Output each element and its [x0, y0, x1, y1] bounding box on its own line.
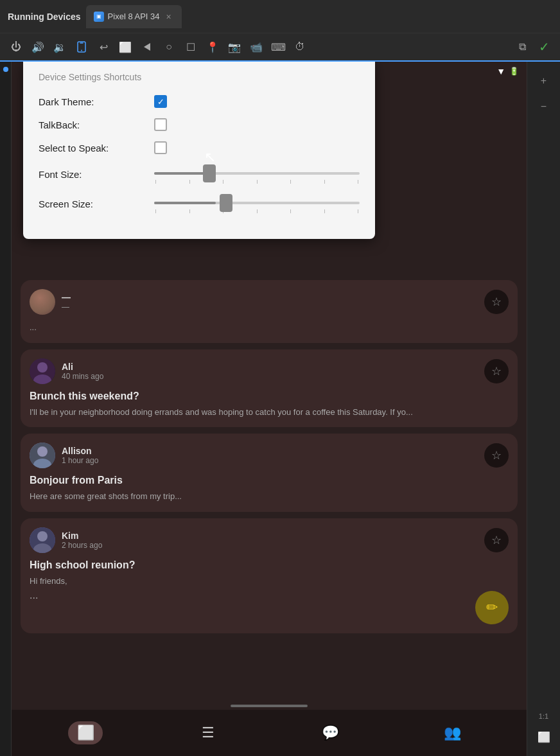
timer-button[interactable]: ⏱: [290, 37, 310, 57]
ali-subject: Brunch this weekend?: [30, 391, 509, 402]
zoom-label: 1:1: [539, 712, 548, 720]
select-to-speak-label: Select to Speak:: [39, 143, 154, 154]
kim-sender-name: Kim: [62, 531, 478, 541]
confirm-button[interactable]: ✓: [534, 37, 554, 57]
allison-header: Allison 1 hour ago ☆: [30, 443, 509, 468]
nav-contacts[interactable]: 👥: [435, 721, 470, 744]
ali-sender-info: Ali 40 mins ago: [62, 362, 478, 381]
stk-6: [324, 209, 325, 213]
toolbar: ⏻ 🔊 🔉 ↩ ⬜ ○ ☐ 📍 📷 📹 ⌨ ⏱ ⧉ ✓: [0, 33, 560, 62]
back-button[interactable]: [137, 37, 157, 57]
tab-close-button[interactable]: ×: [164, 12, 174, 22]
compose-fab-button[interactable]: ✏: [475, 591, 509, 624]
select-to-speak-checkbox[interactable]: [154, 141, 167, 154]
kim-subject: High school reunion?: [30, 559, 509, 571]
partial-card-area: — — ☆ ...: [12, 280, 527, 343]
tick-3: [223, 180, 223, 184]
partial-email-card[interactable]: — — ☆ ...: [21, 280, 518, 343]
partial-avatar: [30, 289, 55, 315]
camera-button[interactable]: 📷: [225, 37, 244, 57]
video-button[interactable]: 📹: [247, 37, 266, 57]
screen-size-row: Screen Size:: [39, 194, 360, 213]
screenshot-button[interactable]: ⬜: [116, 37, 135, 57]
partial-preview: ...: [30, 321, 509, 334]
allison-sender-info: Allison 1 hour ago: [62, 446, 478, 465]
allison-time: 1 hour ago: [62, 456, 478, 465]
fit-screen-button[interactable]: ⬜: [532, 725, 556, 748]
volume-down-button[interactable]: 🔉: [50, 37, 69, 57]
keyboard-button[interactable]: ⌨: [268, 37, 288, 57]
top-bar: Running Devices ▣ Pixel 8 API 34 ×: [0, 0, 560, 33]
inbox-icon: ⬜: [77, 725, 94, 741]
device-frame-button[interactable]: [72, 37, 91, 57]
screen-size-track[interactable]: [154, 202, 360, 204]
partial-sender-info: — —: [62, 292, 478, 312]
main-area: ▼ 🔋 Device Settings Shortcuts Dark Theme…: [0, 62, 560, 756]
font-size-slider-container: [154, 164, 360, 184]
dark-theme-row: Dark Theme:: [39, 95, 360, 108]
recents-button[interactable]: ☐: [181, 37, 200, 57]
partial-card-header: — — ☆: [30, 289, 509, 315]
power-button[interactable]: ⏻: [6, 37, 26, 57]
ali-time: 40 mins ago: [62, 372, 478, 381]
talkback-row: TalkBack:: [39, 118, 360, 131]
ali-star-button[interactable]: ☆: [484, 359, 509, 383]
home-indicator: [231, 705, 308, 707]
font-size-thumb[interactable]: [203, 164, 216, 182]
email-card-ali[interactable]: Ali 40 mins ago ☆ Brunch this weekend? I…: [21, 349, 518, 428]
nav-messages[interactable]: ☰: [191, 721, 225, 744]
kim-preview: Hi friends,: [30, 575, 509, 588]
location-button[interactable]: 📍: [203, 37, 222, 57]
partial-sender-time: —: [62, 303, 478, 312]
home-button[interactable]: ○: [159, 37, 179, 57]
email-card-allison[interactable]: Allison 1 hour ago ☆ Bonjour from Paris …: [21, 434, 518, 512]
display-button[interactable]: ⧉: [512, 37, 532, 57]
font-size-track[interactable]: [154, 172, 360, 175]
ali-avatar: [30, 358, 55, 384]
font-size-label: Font Size:: [39, 169, 154, 180]
screen-size-slider-container: [154, 194, 360, 213]
stk-2: [189, 209, 190, 213]
battery-icon: 🔋: [509, 67, 519, 76]
wifi-icon: ▼: [496, 66, 505, 76]
right-panel: + − 1:1 ⬜: [527, 62, 560, 756]
stk-7: [358, 209, 358, 213]
tab-device-icon: ▣: [94, 12, 104, 22]
tick-7: [358, 180, 358, 184]
minus-button[interactable]: −: [532, 95, 556, 118]
stk-1: [155, 209, 156, 213]
svg-point-2: [81, 50, 82, 51]
volume-up-button[interactable]: 🔊: [28, 37, 48, 57]
kim-star-button[interactable]: ☆: [484, 528, 509, 552]
tick-6: [324, 180, 325, 184]
ali-sender-name: Ali: [62, 362, 478, 372]
screen-size-label: Screen Size:: [39, 198, 154, 209]
nav-inbox[interactable]: ⬜: [68, 721, 103, 744]
allison-sender-name: Allison: [62, 446, 478, 456]
screen-size-thumb[interactable]: [220, 194, 232, 212]
sidebar-indicator: [3, 67, 8, 72]
nav-chat[interactable]: 💬: [313, 721, 347, 744]
kim-avatar: [30, 527, 55, 553]
email-card-kim[interactable]: Kim 2 hours ago ☆ High school reunion? H…: [21, 518, 518, 634]
select-to-speak-row: Select to Speak:: [39, 141, 360, 154]
device-settings-title: Device Settings Shortcuts: [39, 72, 360, 82]
allison-star-button[interactable]: ☆: [484, 443, 509, 468]
ali-preview: I'll be in your neighborhood doing erran…: [30, 406, 509, 419]
add-button[interactable]: +: [532, 69, 556, 92]
phone-screen: ▼ 🔋 Device Settings Shortcuts Dark Theme…: [12, 62, 527, 756]
allison-subject: Bonjour from Paris: [30, 475, 509, 486]
allison-preview: Here are some great shots from my trip..…: [30, 490, 509, 503]
rotate-button[interactable]: ↩: [94, 37, 113, 57]
svg-point-8: [37, 446, 48, 457]
device-tab[interactable]: ▣ Pixel 8 API 34 ×: [86, 5, 182, 28]
kim-time: 2 hours ago: [62, 541, 478, 550]
font-size-ticks: [154, 180, 360, 184]
dark-theme-label: Dark Theme:: [39, 96, 154, 107]
svg-point-11: [37, 531, 48, 541]
tick-1: [155, 180, 156, 184]
messages-icon: ☰: [202, 725, 214, 741]
partial-star-button[interactable]: ☆: [484, 290, 509, 314]
talkback-checkbox[interactable]: [154, 118, 167, 131]
dark-theme-checkbox[interactable]: [154, 95, 167, 108]
